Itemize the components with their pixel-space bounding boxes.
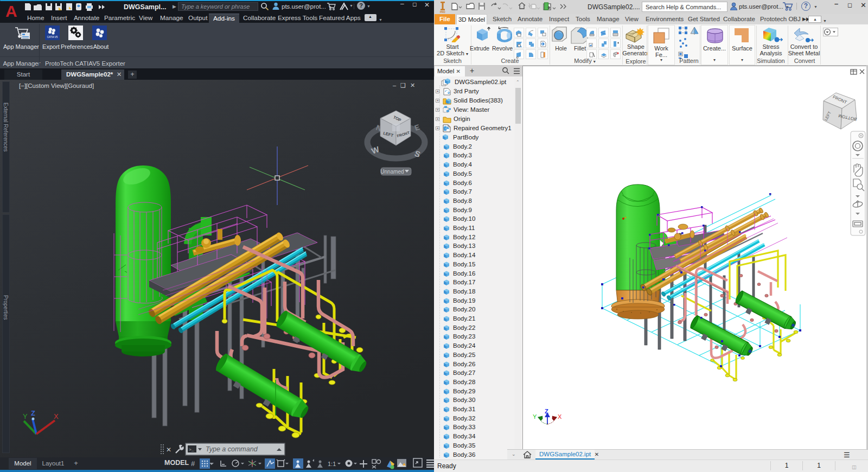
svg-text:Z: Z [545,408,548,414]
svg-text:Y: Y [23,412,28,420]
svg-text:Unnamed: Unnamed [380,169,404,175]
svg-text:PRO: PRO [440,11,445,14]
svg-text:1:1: 1:1 [328,461,336,467]
svg-text:CATIA V5: CATIA V5 [47,36,58,39]
svg-text:#: # [191,460,195,468]
svg-text:>_: >_ [189,447,194,452]
svg-text:X: X [558,413,562,420]
svg-text:Type a command: Type a command [206,445,258,453]
svg-text:✕: ✕ [166,446,171,454]
svg-text:X: X [54,412,59,420]
svg-text:Z: Z [31,409,35,417]
svg-text:Y: Y [533,413,537,420]
